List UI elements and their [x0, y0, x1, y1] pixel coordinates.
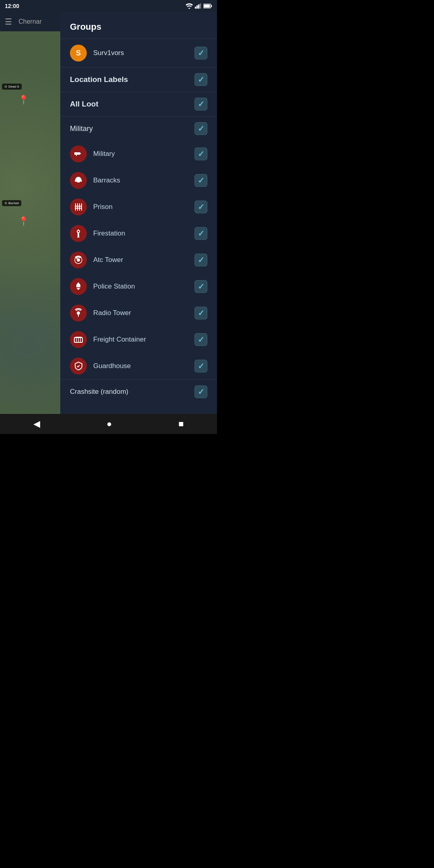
svg-rect-6: [211, 5, 212, 7]
back-button[interactable]: ◀: [33, 419, 40, 429]
barracks-item[interactable]: Barracks ✓: [60, 167, 217, 194]
home-button[interactable]: ●: [106, 419, 112, 429]
atc-tower-item[interactable]: Atc Tower ✓: [60, 247, 217, 273]
freight-container-checkbox[interactable]: ✓: [194, 333, 207, 346]
atc-tower-label: Atc Tower: [93, 256, 188, 264]
all-loot-checkbox[interactable]: ✓: [194, 98, 207, 111]
bottom-nav: ◀ ● ■: [0, 414, 217, 434]
crashsite-item[interactable]: Crashsite (random) ✓: [60, 380, 217, 404]
survivors-label: Surv1vors: [93, 49, 188, 57]
map-header: ☰ Chernar: [0, 12, 60, 31]
svg-point-22: [78, 283, 79, 284]
prison-item[interactable]: Prison ✓: [60, 194, 217, 220]
guardhouse-item[interactable]: Guardhouse ✓: [60, 353, 217, 379]
drawer-panel: Groups S Surv1vors ✓ Location Labels ✓ A…: [60, 12, 217, 414]
guardhouse-label: Guardhouse: [93, 362, 188, 370]
buried-label: ⊙ Burried: [2, 200, 21, 206]
military-checkbox[interactable]: ✓: [194, 147, 207, 160]
all-loot-item[interactable]: All Loot ✓: [60, 92, 217, 116]
hamburger-icon[interactable]: ☰: [5, 17, 12, 27]
all-loot-label: All Loot: [70, 100, 188, 108]
police-station-checkbox[interactable]: ✓: [194, 280, 207, 293]
barracks-label: Barracks: [93, 176, 188, 184]
status-time: 12:00: [5, 3, 19, 9]
military-section-checkbox[interactable]: ✓: [194, 122, 207, 135]
group-item-survivors[interactable]: S Surv1vors ✓: [60, 39, 217, 67]
svg-point-0: [188, 8, 190, 9]
military-item[interactable]: Military ✓: [60, 141, 217, 167]
firestation-check-icon: ✓: [198, 229, 205, 238]
location-labels-checkbox[interactable]: ✓: [194, 73, 207, 86]
military-section-item[interactable]: Military ✓: [60, 117, 217, 141]
status-bar: 12:00: [0, 0, 217, 12]
barracks-icon: [70, 172, 87, 189]
firestation-item[interactable]: Firestation ✓: [60, 220, 217, 247]
barracks-checkbox[interactable]: ✓: [194, 174, 207, 187]
freight-container-label: Freight Container: [93, 336, 188, 344]
svg-rect-19: [77, 237, 80, 237]
signal-icon: [195, 3, 201, 9]
radio-tower-checkbox[interactable]: ✓: [194, 307, 207, 319]
prison-svg: [74, 202, 83, 212]
firestation-icon: [70, 225, 87, 242]
svg-rect-12: [77, 203, 78, 211]
status-icons: [186, 3, 212, 9]
svg-rect-2: [197, 5, 198, 8]
survivors-avatar: S: [70, 45, 87, 61]
freight-svg: [74, 335, 83, 344]
guardhouse-checkbox[interactable]: ✓: [194, 360, 207, 373]
helmet-svg: [74, 176, 83, 185]
svg-rect-9: [75, 180, 82, 182]
firestation-checkbox[interactable]: ✓: [194, 227, 207, 240]
police-svg: [74, 282, 83, 291]
location-labels-label: Location Labels: [70, 75, 188, 84]
svg-rect-18: [78, 233, 79, 237]
military-check-icon: ✓: [198, 149, 205, 159]
radio-tower-label: Radio Tower: [93, 309, 188, 317]
svg-rect-1: [195, 7, 196, 9]
police-station-icon: [70, 278, 87, 295]
atc-tower-checkbox[interactable]: ✓: [194, 254, 207, 266]
atc-tower-icon: [70, 252, 87, 268]
police-station-item[interactable]: Police Station ✓: [60, 273, 217, 300]
recent-button[interactable]: ■: [178, 419, 184, 429]
prison-label: Prison: [93, 203, 188, 211]
location-labels-check-icon: ✓: [198, 75, 205, 84]
freight-container-item[interactable]: Freight Container ✓: [60, 326, 217, 353]
survivors-check-icon: ✓: [198, 48, 205, 58]
svg-point-17: [77, 230, 80, 233]
svg-rect-13: [79, 203, 80, 211]
location-labels-item[interactable]: Location Labels ✓: [60, 68, 217, 92]
svg-point-24: [77, 312, 80, 314]
map-background: ☰ Chernar ⊙ Dead S 📍 ⊙ Burried 📍: [0, 12, 60, 414]
police-station-label: Police Station: [93, 283, 188, 291]
crashsite-check-icon: ✓: [198, 387, 205, 397]
crashsite-checkbox[interactable]: ✓: [194, 385, 207, 398]
guardhouse-check-icon: ✓: [198, 361, 205, 371]
freight-container-check-icon: ✓: [198, 335, 205, 344]
svg-rect-15: [75, 206, 82, 207]
svg-rect-10: [77, 182, 80, 182]
svg-rect-23: [78, 289, 79, 290]
radio-tower-item[interactable]: Radio Tower ✓: [60, 300, 217, 326]
dead-s-label: ⊙ Dead S: [2, 84, 22, 90]
survivors-checkbox[interactable]: ✓: [194, 47, 207, 59]
svg-rect-30: [75, 337, 82, 338]
radio-svg: [74, 308, 83, 318]
gun-svg: [74, 149, 83, 159]
prison-icon: [70, 199, 87, 215]
svg-rect-11: [75, 203, 76, 211]
svg-rect-4: [200, 4, 201, 9]
map-title: Chernar: [18, 18, 42, 25]
guardhouse-icon: [70, 358, 87, 375]
prison-checkbox[interactable]: ✓: [194, 201, 207, 213]
svg-rect-3: [198, 4, 199, 8]
map-pin-2: 📍: [18, 216, 29, 227]
svg-rect-16: [75, 208, 82, 209]
freight-container-icon: [70, 331, 87, 348]
radio-tower-check-icon: ✓: [198, 308, 205, 318]
military-label: Military: [93, 150, 188, 158]
map-pin-1: 📍: [18, 95, 29, 105]
fire-svg: [74, 229, 83, 238]
drawer-title: Groups: [60, 12, 217, 39]
